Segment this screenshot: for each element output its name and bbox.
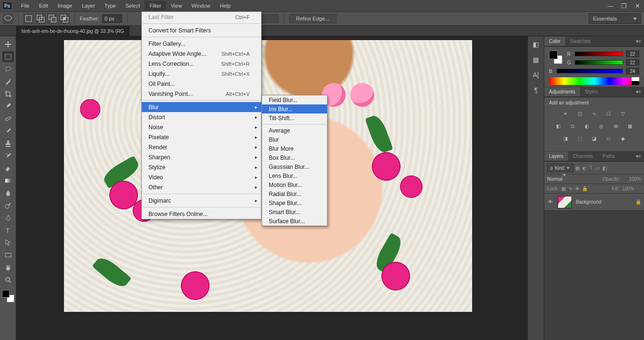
menu-image[interactable]: Image [53, 1, 77, 10]
opacity-value[interactable]: 100% [622, 176, 641, 182]
blur-shape[interactable]: Shape Blur... [262, 198, 327, 207]
blur-motion[interactable]: Motion Blur... [262, 180, 327, 189]
feather-input[interactable] [102, 14, 122, 23]
filter-gallery[interactable]: Filter Gallery... [142, 39, 261, 49]
filter-video-submenu[interactable]: Video [142, 172, 261, 182]
adjustments-tab[interactable]: Adjustments [544, 87, 580, 96]
paths-tab[interactable]: Paths [598, 152, 620, 161]
foreground-background-swatches[interactable] [2, 290, 14, 302]
blur-more[interactable]: Blur More [262, 144, 327, 153]
color-balance-icon[interactable]: ⚖ [568, 122, 578, 130]
filter-adjust-icon[interactable]: ◐ [582, 165, 587, 171]
panel-menu-icon[interactable]: ▾≡ [633, 39, 644, 44]
channel-mixer-icon[interactable]: ⊞ [611, 122, 621, 130]
eraser-tool[interactable] [2, 163, 14, 174]
filter-pixel-icon[interactable]: ▦ [575, 165, 580, 171]
brush-tool[interactable] [2, 126, 14, 136]
blur-average[interactable]: Average [262, 126, 327, 135]
hue-sat-icon[interactable]: ◧ [554, 122, 563, 130]
b-value-input[interactable]: 24 [626, 68, 639, 74]
healing-tool[interactable] [2, 113, 14, 124]
menu-type[interactable]: Type [100, 1, 121, 10]
stamp-tool[interactable] [2, 138, 14, 149]
menu-select[interactable]: Select [121, 1, 145, 10]
filter-browse-online[interactable]: Browse Filters Online... [142, 209, 261, 219]
blur-tilt-shift[interactable]: Tilt-Shift... [262, 113, 327, 123]
filter-convert-smart[interactable]: Convert for Smart Filters [142, 25, 261, 35]
b-slider[interactable] [557, 69, 623, 73]
type-tool[interactable]: T [2, 225, 14, 236]
eyedropper-tool[interactable] [2, 101, 14, 112]
paragraph-panel-icon[interactable]: ¶ [531, 85, 541, 95]
color-swatch-pair[interactable] [549, 51, 562, 64]
panel-menu-icon[interactable]: ▾≡ [633, 154, 644, 159]
gradient-map-icon[interactable]: ▭ [604, 134, 613, 143]
lock-transparency-icon[interactable]: ▦ [561, 186, 566, 191]
menu-window[interactable]: Window [187, 1, 215, 10]
blur-blur[interactable]: Blur [262, 135, 327, 144]
filter-oil-paint[interactable]: Oil Paint... [142, 79, 261, 89]
menu-help[interactable]: Help [215, 1, 235, 10]
character-panel-icon[interactable]: A| [531, 70, 541, 80]
lock-all-icon[interactable]: 🔒 [582, 186, 588, 191]
filter-smart-icon[interactable]: ◧ [602, 165, 607, 171]
menu-view[interactable]: View [166, 1, 187, 10]
filter-stylize-submenu[interactable]: Stylize [142, 162, 261, 172]
lock-pixels-icon[interactable]: ✎ [569, 186, 572, 191]
filter-render-submenu[interactable]: Render [142, 142, 261, 152]
filter-vanishing-point[interactable]: Vanishing Point...Alt+Ctrl+V [142, 89, 261, 99]
workspace-switcher[interactable]: Essentials [589, 13, 641, 24]
pen-tool[interactable] [2, 213, 14, 223]
photo-filter-icon[interactable]: ◎ [597, 122, 606, 130]
blur-smart[interactable]: Smart Blur... [262, 207, 327, 216]
refine-edge-button[interactable]: Refine Edge... [289, 14, 337, 23]
blur-box[interactable]: Box Blur... [262, 153, 327, 162]
filter-type-icon[interactable]: T [590, 165, 592, 171]
levels-icon[interactable]: ◫ [575, 109, 585, 118]
actions-panel-icon[interactable]: ▦ [531, 54, 541, 65]
history-panel-icon[interactable]: ◧ [531, 39, 541, 50]
marquee-tool[interactable] [2, 52, 14, 62]
blur-lens[interactable]: Lens Blur... [262, 171, 327, 180]
g-value-input[interactable]: 22 [626, 59, 639, 66]
g-slider[interactable] [575, 60, 623, 65]
filter-shape-icon[interactable]: ▭ [595, 165, 600, 171]
threshold-icon[interactable]: ◪ [590, 134, 599, 143]
fill-value[interactable]: 100% [622, 186, 641, 191]
blur-tool[interactable] [2, 188, 14, 198]
panel-menu-icon[interactable]: ▾≡ [633, 89, 644, 94]
color-spectrum[interactable] [549, 77, 639, 85]
move-tool[interactable] [2, 39, 14, 50]
selection-add-button[interactable] [35, 13, 46, 24]
hand-tool[interactable] [2, 262, 14, 273]
lock-position-icon[interactable]: ✥ [575, 186, 579, 191]
r-slider[interactable] [575, 52, 623, 56]
foreground-color-swatch[interactable] [2, 290, 10, 298]
brightness-contrast-icon[interactable]: ☀ [561, 109, 570, 118]
dodge-tool[interactable] [2, 200, 14, 211]
layer-row-background[interactable]: 👁 Background 🔒 [544, 194, 644, 211]
filter-other-submenu[interactable]: Other [142, 182, 261, 192]
selection-intersect-button[interactable] [59, 13, 70, 24]
window-close-button[interactable]: ✕ [631, 1, 644, 10]
blur-field[interactable]: Field Blur... [262, 95, 327, 104]
menu-layer[interactable]: Layer [77, 1, 100, 10]
menu-edit[interactable]: Edit [34, 1, 53, 10]
channels-tab[interactable]: Channels [568, 152, 598, 161]
curves-icon[interactable]: ∿ [590, 109, 599, 118]
window-restore-button[interactable]: ❐ [617, 1, 631, 10]
layer-thumbnail[interactable] [558, 196, 572, 208]
blend-mode-select[interactable]: Normal [547, 176, 601, 182]
layer-visibility-toggle[interactable]: 👁 [547, 199, 554, 205]
lasso-tool[interactable] [2, 64, 14, 74]
styles-tab[interactable]: Styles [580, 87, 602, 96]
history-brush-tool[interactable] [2, 151, 14, 161]
window-minimize-button[interactable]: — [604, 1, 617, 10]
filter-pixelate-submenu[interactable]: Pixelate [142, 132, 261, 142]
menu-file[interactable]: File [16, 1, 34, 10]
gradient-tool[interactable] [2, 175, 14, 186]
filter-liquify[interactable]: Liquify...Shift+Ctrl+X [142, 69, 261, 79]
filter-lens-correction[interactable]: Lens Correction...Shift+Ctrl+R [142, 59, 261, 69]
filter-distort-submenu[interactable]: Distort [142, 112, 261, 122]
color-lookup-icon[interactable]: ▦ [625, 122, 635, 130]
